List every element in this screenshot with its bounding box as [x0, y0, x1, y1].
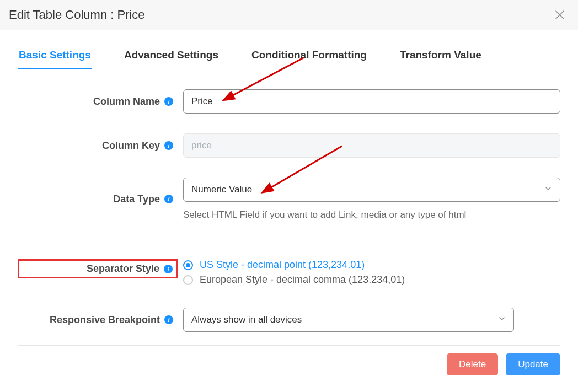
separator-style-radio-group: US Style - decimal point (123,234.01) Eu…: [183, 259, 560, 286]
label-separator-style: Separator Style i: [18, 259, 178, 278]
modal-header: Edit Table Column : Price: [0, 0, 578, 30]
label-data-type: Data Type i: [18, 194, 183, 205]
column-name-input[interactable]: [183, 89, 560, 114]
data-type-value: Numeric Value: [191, 184, 252, 195]
tab-advanced-settings[interactable]: Advanced Settings: [123, 44, 220, 69]
label-text-column-name: Column Name: [93, 96, 160, 108]
data-type-help: Select HTML Field if you want to add Lin…: [183, 210, 560, 221]
responsive-breakpoint-value: Always show in all devices: [191, 314, 302, 325]
label-text-data-type: Data Type: [113, 194, 160, 205]
radio-icon: [183, 260, 193, 270]
close-icon: [555, 10, 565, 20]
tab-conditional-formatting[interactable]: Conditional Formatting: [250, 44, 368, 69]
radio-eu-style[interactable]: European Style - decimal comma (123.234,…: [183, 274, 560, 286]
tab-bar: Basic Settings Advanced Settings Conditi…: [18, 44, 560, 69]
label-text-separator-style: Separator Style: [87, 263, 159, 275]
radio-icon: [183, 275, 193, 285]
info-icon[interactable]: i: [164, 97, 173, 106]
tab-basic-settings[interactable]: Basic Settings: [18, 44, 92, 69]
info-icon[interactable]: i: [164, 265, 173, 273]
label-text-responsive-breakpoint: Responsive Breakpoint: [50, 314, 160, 326]
label-responsive-breakpoint: Responsive Breakpoint i: [18, 314, 183, 326]
row-data-type: Data Type i Numeric Value Select HTML Fi…: [18, 178, 560, 221]
label-column-key: Column Key i: [18, 140, 183, 152]
radio-label-eu: European Style - decimal comma (123.234,…: [200, 274, 405, 286]
tab-transform-value[interactable]: Transform Value: [399, 44, 483, 69]
info-icon[interactable]: i: [164, 141, 173, 150]
info-icon[interactable]: i: [164, 195, 173, 203]
responsive-breakpoint-select[interactable]: Always show in all devices: [183, 308, 514, 332]
row-responsive-breakpoint: Responsive Breakpoint i Always show in a…: [18, 308, 560, 332]
row-column-name: Column Name i: [18, 89, 560, 114]
modal-body: Basic Settings Advanced Settings Conditi…: [0, 30, 578, 332]
update-button[interactable]: Update: [506, 353, 560, 375]
row-separator-style: Separator Style i US Style - decimal poi…: [18, 259, 560, 286]
chevron-down-icon: [544, 184, 552, 195]
radio-us-style[interactable]: US Style - decimal point (123,234.01): [183, 259, 560, 271]
row-column-key: Column Key i: [18, 133, 560, 158]
label-column-name: Column Name i: [18, 96, 183, 108]
info-icon[interactable]: i: [164, 315, 173, 324]
close-button[interactable]: [553, 8, 567, 22]
modal-footer: Delete Update: [18, 345, 560, 383]
column-key-input: [183, 133, 560, 158]
label-text-column-key: Column Key: [102, 140, 160, 152]
chevron-down-icon: [498, 314, 506, 325]
modal-title: Edit Table Column : Price: [9, 8, 145, 22]
data-type-select[interactable]: Numeric Value: [183, 178, 560, 202]
delete-button[interactable]: Delete: [447, 353, 498, 375]
radio-label-us: US Style - decimal point (123,234.01): [200, 259, 365, 271]
